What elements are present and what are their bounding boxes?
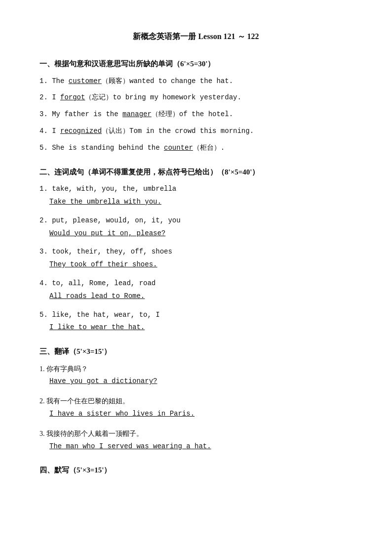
- words-line: 5. like, the hat, wear, to, I: [39, 309, 353, 321]
- answer-block: The man who I served was wearing a hat.: [39, 441, 353, 453]
- item-num: 4. I: [39, 127, 60, 135]
- answer-text: Have you got a dictionary?: [49, 377, 157, 385]
- answer-block: Have you got a dictionary?: [39, 376, 353, 387]
- section-1-header: 一、根据句意和汉语意思写出所缺的单词（6'×5=30'）: [39, 58, 353, 71]
- section2-item-4: 4. to, all, Rome, lead, road All roads l…: [39, 278, 353, 302]
- item-chinese: （忘记）to bring my homework yesterday.: [85, 93, 241, 101]
- section1-item-4: 4. I recognized（认出）Tom in the crowd this…: [39, 126, 353, 137]
- section-1: 一、根据句意和汉语意思写出所缺的单词（6'×5=30'） 1. The cust…: [39, 58, 353, 154]
- answer-block: Would you put it on, please?: [39, 228, 353, 240]
- answer-block: I have a sister who lives in Paris.: [39, 408, 353, 420]
- answer-block: Take the umbrella with you.: [39, 196, 353, 208]
- answer-text: Take the umbrella with you.: [49, 198, 161, 206]
- section2-item-1: 1. take, with, you, the, umbrella Take t…: [39, 183, 353, 208]
- words-line: 2. put, please, would, on, it, you: [39, 215, 353, 227]
- chinese-question: 2. 我有一个住在巴黎的姐姐。: [39, 395, 353, 407]
- words-line: 4. to, all, Rome, lead, road: [39, 278, 353, 290]
- page-title: 新概念英语第一册 Lesson 121 ～ 122: [39, 30, 353, 43]
- section-2: 二、连词成句（单词不得重复使用，标点符号已给出）（8'×5=40'） 1. ta…: [39, 166, 353, 334]
- section2-item-3: 3. took, their, they, off, shoes They to…: [39, 246, 353, 271]
- section3-item-1: 1. 你有字典吗？ Have you got a dictionary?: [39, 363, 353, 388]
- section1-item-1: 1. The customer（顾客）wanted to change the …: [39, 76, 353, 87]
- section1-item-2: 2. I forgot（忘记）to bring my homework yest…: [39, 92, 353, 104]
- section-4: 四、默写（5'×3=15'）: [39, 464, 353, 477]
- answer-word: counter: [164, 144, 193, 152]
- section2-item-5: 5. like, the hat, wear, to, I I like to …: [39, 309, 353, 334]
- answer-text: I like to wear the hat.: [49, 323, 145, 331]
- section1-item-3: 3. My father is the manager（经理）of the ho…: [39, 109, 353, 121]
- answer-word: manager: [122, 110, 152, 118]
- section-3-header: 三、翻译（5'×3=15'）: [39, 345, 353, 358]
- item-chinese: （经理）of the hotel.: [152, 110, 233, 118]
- section-4-header: 四、默写（5'×3=15'）: [39, 464, 353, 477]
- answer-block: All roads lead to Rome.: [39, 291, 353, 302]
- section-3: 三、翻译（5'×3=15'） 1. 你有字典吗？ Have you got a …: [39, 345, 353, 452]
- answer-text: All roads lead to Rome.: [49, 292, 145, 300]
- item-num: 2. I: [39, 93, 60, 101]
- answer-block: They took off their shoes.: [39, 259, 353, 271]
- item-num: 3. My father is the: [39, 110, 122, 118]
- section3-item-2: 2. 我有一个住在巴黎的姐姐。 I have a sister who live…: [39, 395, 353, 420]
- item-num: 5. She is standing behind the: [39, 144, 164, 152]
- answer-word: recognized: [60, 127, 102, 135]
- section2-item-2: 2. put, please, would, on, it, you Would…: [39, 215, 353, 240]
- chinese-question: 3. 我接待的那个人戴着一顶帽子。: [39, 428, 353, 440]
- answer-text: They took off their shoes.: [49, 260, 157, 268]
- words-line: 1. take, with, you, the, umbrella: [39, 183, 353, 195]
- section3-item-3: 3. 我接待的那个人戴着一顶帽子。 The man who I served w…: [39, 428, 353, 453]
- item-chinese: （柜台）.: [193, 144, 225, 152]
- answer-text: Would you put it on, please?: [49, 229, 165, 237]
- chinese-question: 1. 你有字典吗？: [39, 363, 353, 375]
- answer-text: The man who I served was wearing a hat.: [49, 442, 211, 450]
- answer-word: customer: [69, 77, 102, 85]
- item-chinese: （顾客）wanted to change the hat.: [102, 77, 233, 85]
- section1-item-5: 5. She is standing behind the counter（柜台…: [39, 142, 353, 154]
- item-chinese: （认出）Tom in the crowd this morning.: [102, 127, 254, 135]
- answer-block: I like to wear the hat.: [39, 322, 353, 334]
- words-line: 3. took, their, they, off, shoes: [39, 246, 353, 258]
- answer-text: I have a sister who lives in Paris.: [49, 410, 195, 418]
- answer-word: forgot: [60, 93, 85, 101]
- item-num: 1. The: [39, 77, 69, 85]
- section-2-header: 二、连词成句（单词不得重复使用，标点符号已给出）（8'×5=40'）: [39, 166, 353, 179]
